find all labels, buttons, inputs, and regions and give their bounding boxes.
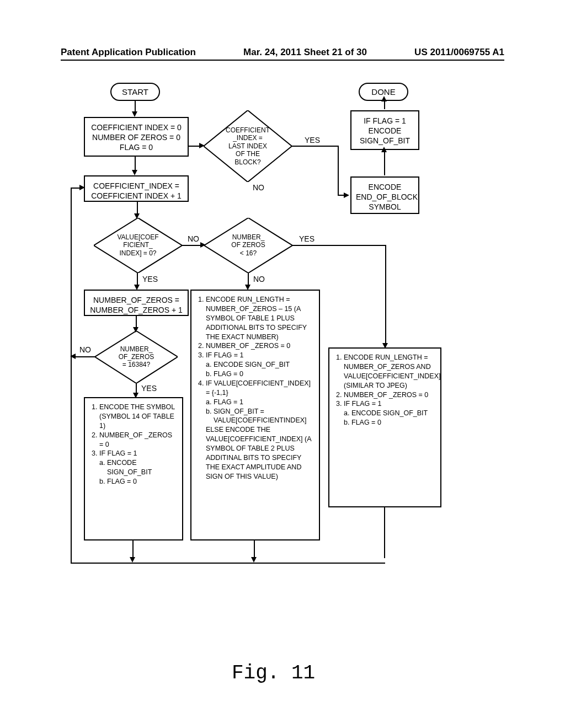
process-inc-zeros: NUMBER_OF_ZEROS = NUMBER_OF_ZEROS + 1: [84, 290, 189, 316]
arrowhead-icon: [133, 327, 138, 333]
arrowhead-icon: [132, 111, 137, 117]
zeros-eq-text: NUMBER_ OF_ZEROS = 16384?: [103, 345, 169, 369]
arrow: [71, 357, 72, 564]
process-encode-sym14: ENCODE THE SYMBOL (SYMBOL 14 OF TABLE 1)…: [84, 397, 183, 540]
arrowhead-icon: [132, 170, 137, 175]
process-encode-runlen-small: ENCODE RUN_LENGTH = NUMBER_OF_ZEROS AND …: [328, 347, 441, 507]
flowchart-diagram: START DONE COEFFICIENT INDEX = 0 NUMBER …: [61, 77, 502, 662]
arrowhead-icon: [382, 343, 388, 349]
arrow: [189, 146, 200, 147]
arrow: [136, 383, 137, 393]
arrowhead-icon: [381, 147, 387, 152]
decision-value-zero: VALUE[COEF FICIENT_ INDEX] = 0?: [94, 218, 182, 273]
zeros-lt16-text: NUMBER_ OF ZEROS < 16?: [213, 233, 284, 257]
arrow: [292, 146, 339, 147]
process-increment: COEFFICIENT_INDEX = COEFFICIENT INDEX + …: [84, 175, 189, 202]
done-label: DONE: [371, 87, 395, 97]
arrowhead-icon: [245, 285, 250, 290]
process-encode-eob: ENCODE END_OF_BLOCK SYMBOL: [350, 176, 419, 214]
arrow: [135, 157, 136, 170]
decision-zeros-lt16: NUMBER_ OF ZEROS < 16?: [204, 218, 292, 273]
arrow: [292, 245, 386, 246]
encode-eob-text: ENCODE END_OF_BLOCK SYMBOL: [356, 183, 418, 211]
arrow: [137, 273, 138, 285]
flag-encode-text: IF FLAG = 1 ENCODE SIGN_OF_BIT: [360, 116, 410, 145]
label-no: NO: [252, 275, 266, 283]
arrowhead-icon: [79, 185, 85, 190]
arrow: [71, 188, 72, 357]
arrowhead-icon: [134, 213, 140, 219]
arrowhead-icon: [200, 242, 206, 248]
arrowhead-icon: [130, 557, 135, 563]
last-index-text: COEFFICIENT _INDEX = LAST INDEX OF THE B…: [212, 126, 283, 166]
process-flag-encode: IF FLAG = 1 ENCODE SIGN_OF_BIT: [350, 110, 419, 150]
arrow: [248, 273, 249, 285]
arrow: [75, 356, 95, 357]
page-header: Patent Application Publication Mar. 24, …: [61, 47, 504, 61]
header-center: Mar. 24, 2011 Sheet 21 of 30: [243, 47, 367, 58]
label-no: NO: [186, 234, 200, 243]
arrow: [384, 507, 385, 558]
label-no: NO: [78, 345, 92, 354]
init-text: COEFFICIENT INDEX = 0 NUMBER OF ZEROS = …: [91, 123, 182, 152]
label-no: NO: [252, 183, 265, 192]
arrow: [384, 152, 385, 175]
arrow: [338, 146, 339, 195]
terminal-start: START: [110, 83, 160, 101]
arrow: [182, 245, 201, 246]
inc-zeros-text: NUMBER_OF_ZEROS = NUMBER_OF_ZEROS + 1: [90, 296, 183, 314]
process-init: COEFFICIENT INDEX = 0 NUMBER OF ZEROS = …: [84, 117, 189, 157]
arrow: [384, 101, 385, 109]
label-yes: YES: [298, 234, 316, 243]
process-encode-runlen-big: ENCODE RUN_LENGTH = NUMBER_OF_ZEROS – 15…: [190, 290, 320, 540]
arrow: [137, 202, 138, 214]
arrow: [135, 101, 136, 112]
arrowhead-icon: [381, 96, 387, 101]
figure-caption: Fig. 11: [232, 662, 315, 684]
increment-text: COEFFICIENT_INDEX = COEFFICIENT INDEX + …: [91, 181, 182, 200]
decision-zeros-eq: NUMBER_ OF_ZEROS = 16384?: [95, 331, 178, 383]
arrow: [132, 540, 134, 558]
start-label: START: [122, 87, 148, 97]
label-yes: YES: [140, 384, 158, 393]
arrowhead-icon: [199, 143, 205, 148]
header-left: Patent Application Publication: [61, 47, 196, 58]
arrow: [71, 563, 385, 564]
arrow: [136, 316, 137, 328]
arrowhead-icon: [133, 393, 138, 398]
header-right: US 2011/0069755 A1: [414, 47, 504, 58]
arrowhead-icon: [251, 557, 257, 563]
label-yes: YES: [303, 136, 321, 144]
label-yes: YES: [141, 275, 159, 283]
arrow: [254, 540, 255, 558]
value-zero-text: VALUE[COEF FICIENT_ INDEX] = 0?: [103, 233, 173, 257]
arrowhead-icon: [134, 285, 140, 290]
decision-last-index: COEFFICIENT _INDEX = LAST INDEX OF THE B…: [204, 110, 292, 182]
arrow: [338, 195, 345, 196]
arrow: [385, 245, 386, 344]
